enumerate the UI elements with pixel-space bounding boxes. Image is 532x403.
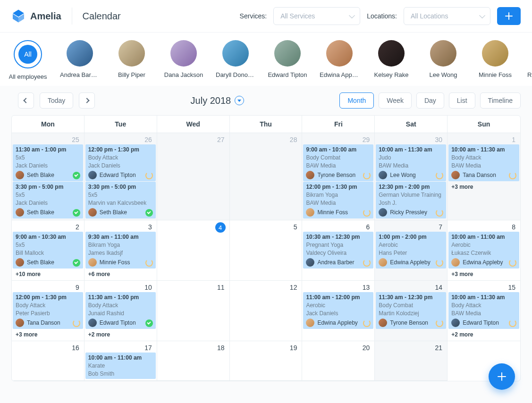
event-customer: BAW Media [451,162,516,169]
more-events-link[interactable]: +3 more [448,182,520,192]
calendar-cell[interactable]: 2612:00 pm - 1:30 pmBody AttackJack Dani… [84,133,157,220]
avatar [306,171,314,179]
calendar-cell[interactable]: 16 [12,341,84,381]
calendar-cell[interactable]: 18 [157,341,230,381]
calendar-event[interactable]: 10:00 am - 11:00 amAerobicŁukasz Czerwik… [448,232,519,269]
calendar-event[interactable]: 10:00 am - 11:30 amBody AttackBAW MediaE… [448,292,519,329]
calendar-cell[interactable]: 2511:30 am - 1:00 pm5x5Jack DanielsSeth … [12,133,84,220]
calendar-cell[interactable]: 44 [157,220,230,281]
services-label: Services: [240,12,267,20]
employee-filter[interactable]: Minnie Foss [479,40,512,80]
employee-filter[interactable]: Lee Wong [427,40,460,80]
calendar-cell[interactable]: 12 [230,281,303,341]
more-events-link[interactable]: +3 more [448,269,520,279]
calendar-cell[interactable]: 610:30 am - 12:30 pmPregnant YogaValdecy… [302,220,375,281]
calendar-event[interactable]: 11:00 am - 12:00 pmAerobicJack DanielsEd… [303,292,373,329]
avatar [118,40,145,67]
more-events-link[interactable]: +2 more [448,329,520,340]
calendar-cell[interactable]: 1311:00 am - 12:00 pmAerobicJack Daniels… [302,281,375,341]
fab-add-button[interactable] [489,363,515,390]
calendar-event[interactable]: 10:30 am - 12:30 pmPregnant YogaValdecy … [303,232,373,269]
calendar-cell[interactable]: 21 [375,341,448,381]
calendar-event[interactable]: 12:00 pm - 1:30 pmBody AttackJack Daniel… [85,144,156,181]
calendar-cell[interactable]: 3010:00 am - 11:30 amJudoBAW MediaLee Wo… [375,133,448,220]
calendar-event[interactable]: 12:30 pm - 2:00 pmGerman Volume Training… [376,182,446,218]
employee-filter[interactable]: AllAll employees [11,40,44,80]
employee-filter[interactable]: Daryll Donov… [219,40,252,80]
view-list[interactable]: List [449,92,475,109]
calendar-event[interactable]: 9:00 am - 10:30 am5x5Bill MallockSeth Bl… [13,232,83,269]
event-service: Body Attack [88,154,153,161]
employee-filter[interactable]: Billy Piper [115,40,148,80]
event-customer: Josh J. [379,200,443,206]
more-events-link[interactable]: +6 more [84,269,157,279]
calendar-event[interactable]: 11:30 am - 1:00 pmBody AttackJunaid Rash… [85,292,156,329]
status-pending-icon [145,172,153,179]
calendar-cell[interactable]: 27 [157,133,230,220]
calendar-event[interactable]: 9:00 am - 10:00 amBody CombatBAW MediaTy… [303,144,373,181]
calendar-cell[interactable]: 912:00 pm - 1:30 pmBody AttackPeter Pasi… [12,281,84,341]
calendar-event[interactable]: 10:00 am - 11:30 amBody AttackBAW MediaT… [448,144,519,181]
locations-select[interactable]: All Locations [404,7,490,25]
services-select[interactable]: All Services [273,7,360,25]
more-events-link[interactable]: +2 more [84,329,157,340]
event-employee: Edward Tipton [100,172,136,178]
employee-filter[interactable]: Andrea Barber [63,40,96,80]
event-service: Bikram Yoga [88,242,153,248]
day-number: 18 [157,341,229,353]
today-button[interactable]: Today [40,92,73,109]
event-employee: Minnie Foss [317,209,348,216]
calendar-event[interactable]: 11:30 am - 12:30 pmBody CombatMartin Kol… [376,292,446,329]
calendar-cell[interactable]: 19 [230,341,303,381]
event-service: Pregnant Yoga [306,242,371,248]
calendar-event[interactable]: 12:00 pm - 1:30 pmBody AttackPeter Pasie… [13,292,83,329]
employee-filter[interactable]: Edwina Appl… [323,40,356,80]
calendar-event[interactable]: 10:00 am - 11:30 amJudoBAW MediaLee Wong [376,144,446,181]
next-button[interactable] [79,92,95,109]
calendar-cell[interactable]: 1011:30 am - 1:00 pmBody AttackJunaid Ra… [84,281,157,341]
calendar-cell[interactable]: 11 [157,281,230,341]
add-button[interactable] [497,7,521,25]
employee-filter[interactable]: Edward Tipton [271,40,304,80]
more-events-link[interactable]: +3 more [12,329,84,340]
calendar-cell[interactable]: 20 [302,341,375,381]
event-service: Aerobic [306,302,371,309]
calendar-cell[interactable]: 71:00 pm - 2:00 pmAerobicHans PeterEdwin… [375,220,448,281]
calendar-cell[interactable]: 5 [230,220,303,281]
calendar-cell[interactable]: 39:30 am - 11:00 amBikram YogaJames Ikad… [84,220,157,281]
calendar-cell[interactable]: 299:00 am - 10:00 amBody CombatBAW Media… [302,133,375,220]
calendar-body: 2511:30 am - 1:00 pm5x5Jack DanielsSeth … [12,133,520,381]
calendar-cell[interactable]: 110:00 am - 11:30 amBody AttackBAW Media… [448,133,520,220]
calendar-event[interactable]: 3:30 pm - 5:00 pm5x5Marvin van Kalcvsbee… [85,182,156,218]
calendar-event[interactable]: 12:00 pm - 1:30 pmBikram YogaBAW MediaMi… [303,182,373,218]
view-timeline[interactable]: Timeline [480,92,521,109]
employee-filter[interactable]: Kelsey Rake [375,40,408,80]
calendar-cell[interactable]: 1710:00 am - 11:00 amKarateBob Smith [84,341,157,381]
day-number: 30 [375,133,447,144]
calendar-cell[interactable]: 1510:00 am - 11:30 amBody AttackBAW Medi… [448,281,520,341]
event-employee: Edward Tipton [463,319,499,326]
event-time: 11:00 am - 12:00 pm [306,294,371,301]
calendar-event[interactable]: 1:00 pm - 2:00 pmAerobicHans PeterEdwina… [376,232,446,269]
view-month[interactable]: Month [339,92,374,109]
month-picker[interactable]: July 2018 [101,95,334,106]
prev-button[interactable] [18,92,34,109]
event-employee: Lee Wong [390,172,416,178]
view-day[interactable]: Day [416,92,444,109]
employee-filter[interactable]: Dana Jackson [167,40,200,80]
calendar-cell[interactable]: 810:00 am - 11:00 amAerobicŁukasz Czerwi… [448,220,520,281]
calendar-event[interactable]: 11:30 am - 1:00 pm5x5Jack DanielsSeth Bl… [13,144,83,181]
event-customer: Junaid Rashid [88,310,153,317]
logo[interactable]: Amelia [11,9,61,23]
calendar-cell[interactable]: 28 [230,133,303,220]
more-events-link[interactable]: +10 more [12,269,84,279]
calendar-event[interactable]: 10:00 am - 11:00 amKarateBob Smith [85,353,156,379]
calendar-cell[interactable]: 29:00 am - 10:30 am5x5Bill MallockSeth B… [12,220,84,281]
calendar-event[interactable]: 9:30 am - 11:00 amBikram YogaJames Ikads… [85,232,156,269]
event-employee-row: Tana Danson [451,171,516,179]
calendar-event[interactable]: 3:30 pm - 5:00 pm5x5Jack DanielsSeth Bla… [13,182,83,218]
view-week[interactable]: Week [379,92,412,109]
event-time: 9:00 am - 10:30 am [16,234,80,240]
calendar-cell[interactable]: 1411:30 am - 12:30 pmBody CombatMartin K… [375,281,448,341]
avatar [306,208,314,217]
